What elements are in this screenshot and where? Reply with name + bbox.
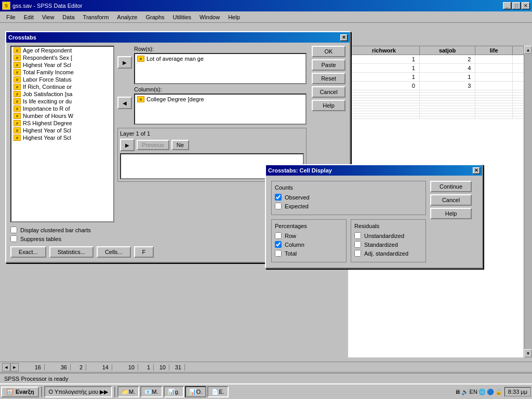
tray-icons: 🖥 🔊 EN 🌐 🔵 🔒 (455, 389, 502, 395)
cell-help-button[interactable]: Help (430, 208, 472, 219)
var-icon: # (14, 84, 21, 90)
total-pct-checkbox[interactable] (275, 250, 282, 257)
unstd-checkbox[interactable] (354, 232, 361, 239)
nav-right-arrow[interactable]: ► (10, 363, 19, 371)
var-icon: # (14, 91, 21, 97)
cell-dialog-close-icon[interactable]: ✕ (473, 167, 480, 174)
tray-icon-3: 🌐 (478, 389, 486, 395)
list-item[interactable]: #Total Family Income (11, 69, 113, 76)
exact-button[interactable]: Exact... (10, 246, 46, 258)
cell-continue-button[interactable]: Continue (430, 181, 472, 192)
taskbar-btn-m1[interactable]: 📁Μ. (117, 386, 139, 397)
cells-button[interactable]: Cells... (97, 246, 131, 258)
list-item[interactable]: #Job Satisfaction [sa (11, 90, 113, 98)
data-cell (419, 116, 475, 119)
status-text: SPSS Processor is ready (4, 376, 69, 382)
expected-checkbox[interactable] (275, 203, 282, 209)
main-title-bar: S gss.sav - SPSS Data Editor _ □ ✕ (0, 0, 532, 11)
paste-button[interactable]: Paste (312, 59, 345, 71)
var-icon: # (14, 69, 21, 75)
cell-display-dialog: Crosstabs: Cell Display ✕ Counts Observe… (265, 164, 483, 269)
col-var-icon: # (137, 96, 144, 102)
tray-icon-2: 🔊 (461, 389, 469, 395)
statistics-button[interactable]: Statistics... (49, 246, 94, 258)
help-button[interactable]: Help (312, 100, 345, 111)
list-item[interactable]: #Is life exciting or du (11, 98, 113, 105)
taskbar-btn-m2[interactable]: 📧Μ. (140, 386, 162, 397)
list-item[interactable]: #RS Highest Degree (11, 119, 113, 127)
row-arrow-button[interactable]: ▶ (117, 56, 132, 69)
close-button[interactable]: ✕ (522, 2, 530, 9)
list-item[interactable]: #Highest Year of Scl (11, 61, 113, 69)
data-cell: 1 (419, 73, 475, 82)
col-pct-checkbox[interactable] (275, 241, 282, 248)
col-pct-checkbox-row: Column (275, 241, 343, 248)
taskbar-btn-computer[interactable]: Ο Υπολογιστής μου ▶▶ (44, 386, 112, 397)
taskbar-btn-o[interactable]: 📊Ο. (185, 386, 207, 397)
reset-button[interactable]: Reset (312, 73, 345, 84)
menu-window[interactable]: Window (195, 13, 224, 21)
list-item[interactable]: #If Rich, Continue or (11, 83, 113, 90)
data-cell-value: 36 (45, 364, 71, 370)
rows-label: Row(s): (134, 46, 307, 52)
menu-graphs[interactable]: Graphs (141, 13, 168, 21)
tray-icon-1: 🖥 (455, 389, 460, 395)
maximize-button[interactable]: □ (512, 2, 521, 9)
list-item[interactable]: #Number of Hours W (11, 112, 113, 119)
list-item[interactable]: #Respondent's Sex [ (11, 54, 113, 61)
ok-button[interactable]: OK (312, 46, 345, 57)
var-icon: # (14, 120, 21, 126)
row-field-item: # Lot of average man ge (136, 55, 304, 62)
menu-data[interactable]: Data (58, 13, 78, 21)
clock: 8:33 μμ (504, 387, 531, 396)
menu-view[interactable]: View (38, 13, 59, 21)
scroll-down-btn[interactable]: ▼ (524, 349, 532, 357)
start-button[interactable]: 🪟 Ενarξη (1, 387, 39, 397)
rows-field-box: # Lot of average man ge (134, 53, 307, 84)
cell-dialog-title-text: Crosstabs: Cell Display (268, 167, 332, 174)
observed-checkbox[interactable] (275, 194, 282, 201)
expected-checkbox-row: Expected (275, 203, 422, 209)
suppress-tables-checkbox[interactable] (10, 235, 17, 242)
format-button[interactable]: F (134, 246, 154, 258)
taskbar-btn-e[interactable]: 📄Ε. (207, 386, 228, 397)
menu-file[interactable]: File (2, 13, 20, 21)
taskbar-separator (41, 387, 42, 397)
nav-left-arrow[interactable]: ◄ (2, 363, 10, 371)
std-checkbox[interactable] (354, 241, 361, 248)
menu-help[interactable]: Help (224, 13, 244, 21)
clustered-charts-checkbox[interactable] (10, 227, 17, 233)
table-row: 0 3 (349, 82, 532, 90)
clustered-charts-label: Display clustered bar charts (20, 227, 91, 233)
cancel-button[interactable]: Cancel (312, 86, 345, 98)
list-item[interactable]: #Labor Force Status (11, 76, 113, 83)
list-item[interactable]: #Importance to R of (11, 105, 113, 112)
cell-cancel-button[interactable]: Cancel (430, 194, 472, 206)
minimize-button[interactable]: _ (503, 2, 511, 9)
data-cell: 1 (349, 73, 420, 82)
menu-utilities[interactable]: Utilities (169, 13, 195, 21)
data-cell (475, 82, 513, 90)
layer-arrow-button[interactable]: ▶ (120, 139, 135, 151)
col-arrow-button[interactable]: ◀ (117, 97, 132, 109)
tray-icon-4: 🔵 (487, 389, 494, 395)
row-pct-checkbox[interactable] (275, 232, 282, 239)
variable-list[interactable]: #Age of Respondent #Respondent's Sex [ #… (10, 46, 114, 222)
list-item[interactable]: #Highest Year of Scl (11, 134, 113, 141)
previous-button[interactable]: Previous (137, 140, 169, 150)
data-cell: 3 (419, 82, 475, 90)
menu-transform[interactable]: Transform (79, 13, 113, 21)
adj-std-checkbox[interactable] (354, 250, 361, 257)
var-icon: # (14, 127, 21, 134)
next-button[interactable]: Ne (171, 140, 189, 150)
list-item[interactable]: #Age of Respondent (11, 47, 113, 54)
columns-field-box: # College Degree [degre (134, 94, 307, 125)
menu-edit[interactable]: Edit (20, 13, 38, 21)
list-item[interactable]: #Highest Year of Scl (11, 127, 113, 134)
taskbar-btn-g[interactable]: 📊g. (164, 386, 184, 397)
vertical-scrollbar[interactable]: ▲ ▼ (524, 46, 532, 357)
menu-analyze[interactable]: Analyze (113, 13, 141, 21)
scroll-up-btn[interactable]: ▲ (524, 46, 532, 54)
observed-label: Observed (285, 194, 310, 201)
crosstabs-close-icon[interactable]: ✕ (340, 34, 348, 41)
